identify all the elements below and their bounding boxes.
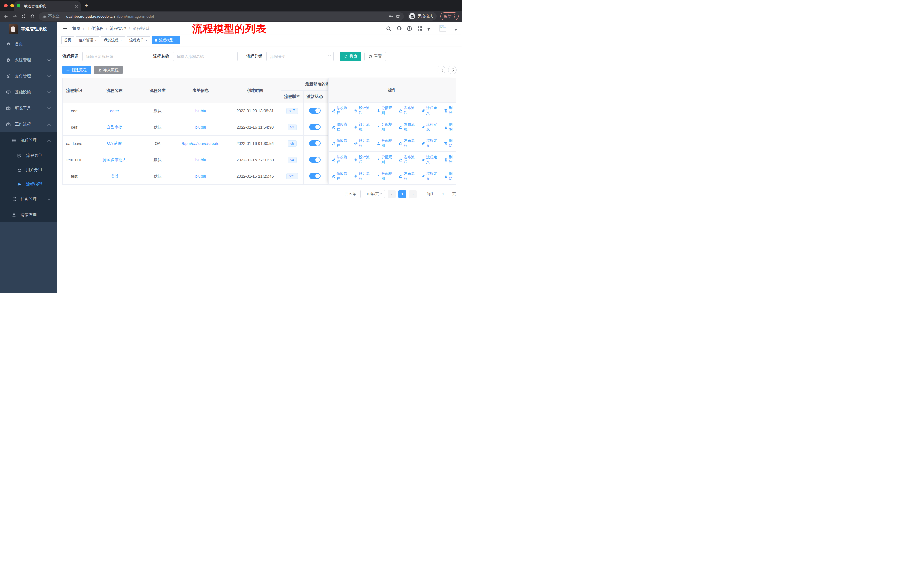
reset-button[interactable]: 重置 (364, 52, 386, 61)
action-person-link[interactable]: 分配规则 (377, 139, 395, 148)
process-name-input[interactable] (173, 51, 238, 61)
sidebar-item-payment[interactable]: 支付管理 (0, 68, 57, 84)
browser-menu-update-button[interactable]: 更新 (440, 12, 459, 20)
window-controls[interactable] (4, 4, 20, 7)
process-id-input[interactable] (82, 51, 144, 61)
form-info-link[interactable]: biubiu (195, 125, 206, 129)
search-icon[interactable] (386, 26, 391, 31)
tag-流程模型[interactable]: 流程模型× (152, 36, 180, 44)
window-close-button[interactable] (4, 4, 8, 7)
back-icon[interactable] (3, 14, 8, 19)
action-edit-link[interactable]: 修改流程 (332, 122, 350, 132)
action-person-link[interactable]: 分配规则 (377, 106, 395, 116)
active-toggle[interactable] (309, 157, 320, 162)
action-clip-link[interactable]: 流程定义 (422, 171, 440, 181)
action-cog-link[interactable]: 设计流程 (354, 106, 373, 116)
action-edit-link[interactable]: 修改流程 (332, 139, 350, 148)
action-clip-link[interactable]: 流程定义 (422, 155, 440, 165)
refresh-table-button[interactable] (448, 66, 457, 74)
action-hand-link[interactable]: 发布流程 (399, 155, 417, 165)
forward-icon[interactable] (12, 14, 18, 19)
action-person-link[interactable]: 分配规则 (377, 122, 395, 132)
tag-close-icon[interactable]: × (120, 39, 122, 42)
next-page-button[interactable]: › (409, 190, 417, 198)
action-edit-link[interactable]: 修改流程 (332, 155, 350, 165)
sidebar-item-leave-query[interactable]: 请假查询 (0, 208, 57, 222)
tag-我的流程[interactable]: 我的流程× (101, 36, 125, 44)
tag-close-icon[interactable]: × (145, 39, 147, 42)
sidebar-item-process-model[interactable]: 流程模型 (0, 177, 57, 192)
window-zoom-button[interactable] (16, 4, 20, 7)
breadcrumb-process-mgmt[interactable]: 流程管理 (110, 26, 126, 31)
form-info-link[interactable]: biubiu (195, 158, 206, 162)
form-info-link[interactable]: biubiu (195, 109, 206, 113)
action-hand-link[interactable]: 发布流程 (399, 122, 417, 132)
process-name-link[interactable]: 自己审批 (107, 125, 122, 129)
create-process-button[interactable]: 新建流程 (63, 66, 91, 74)
url-bar[interactable]: 不安全 dashboard.yudao.iocoder.cn/bpm/manag… (39, 12, 404, 21)
active-toggle[interactable] (309, 124, 320, 130)
page-size-select[interactable]: 10条/页 (360, 190, 385, 198)
breadcrumb-workflow[interactable]: 工作流程 (87, 26, 103, 31)
tag-租户管理[interactable]: 租户管理× (76, 36, 99, 44)
window-minimize-button[interactable] (10, 4, 14, 7)
action-person-link[interactable]: 分配规则 (377, 155, 395, 165)
fullscreen-icon[interactable] (417, 26, 422, 31)
sidebar-item-workflow[interactable]: 工作流程 (0, 116, 57, 132)
action-person-link[interactable]: 分配规则 (377, 171, 395, 181)
form-info-link[interactable]: biubiu (195, 174, 206, 179)
action-hand-link[interactable]: 发布流程 (399, 139, 417, 148)
form-info-link[interactable]: /bpm/oa/leave/create (182, 141, 219, 146)
sidebar-item-task-mgmt[interactable]: 任务管理 (0, 192, 57, 208)
sidebar-item-process-mgmt[interactable]: 流程管理 (0, 132, 57, 149)
new-tab-button[interactable]: + (85, 3, 88, 9)
tag-close-icon[interactable]: × (95, 39, 97, 42)
sidebar-item-system[interactable]: 系统管理 (0, 52, 57, 68)
action-trash-link[interactable]: 删除 (444, 122, 456, 132)
prev-page-button[interactable]: ‹ (388, 190, 396, 198)
active-toggle[interactable] (309, 141, 320, 146)
sidebar-item-process-form[interactable]: 流程表单 (0, 149, 57, 163)
bookmark-star-icon[interactable] (396, 14, 400, 19)
sidebar-fold-icon[interactable] (62, 25, 68, 31)
process-name-link[interactable]: OA 请假 (107, 141, 122, 146)
action-trash-link[interactable]: 删除 (444, 139, 456, 148)
action-trash-link[interactable]: 删除 (444, 106, 456, 116)
tag-close-icon[interactable]: × (175, 39, 177, 42)
font-size-icon[interactable] (427, 26, 434, 31)
process-name-link[interactable]: 测试多审批人 (102, 157, 127, 162)
search-button[interactable]: 搜索 (340, 52, 361, 61)
process-name-link[interactable]: 滔博 (111, 174, 119, 178)
help-icon[interactable] (407, 26, 412, 31)
action-clip-link[interactable]: 流程定义 (422, 106, 440, 116)
active-toggle[interactable] (309, 108, 320, 114)
page-1-button[interactable]: 1 (398, 190, 406, 198)
action-hand-link[interactable]: 发布流程 (399, 171, 417, 181)
browser-tab[interactable]: 芋道管理系统 (14, 2, 81, 11)
action-trash-link[interactable]: 删除 (444, 171, 456, 181)
action-clip-link[interactable]: 流程定义 (422, 139, 440, 148)
tag-首页[interactable]: 首页 (61, 36, 74, 44)
action-clip-link[interactable]: 流程定义 (422, 122, 440, 132)
avatar-caret-down-icon[interactable] (454, 29, 457, 31)
not-secure-badge[interactable]: 不安全 (42, 14, 60, 19)
toggle-search-button[interactable] (437, 66, 446, 74)
browser-menu-dots-icon[interactable] (454, 14, 455, 18)
reload-icon[interactable] (21, 14, 26, 19)
breadcrumb-home[interactable]: 首页 (72, 26, 81, 31)
avatar[interactable] (439, 24, 451, 36)
action-trash-link[interactable]: 删除 (444, 155, 456, 165)
sidebar-item-home[interactable]: 首页 (0, 36, 57, 52)
sidebar-item-infra[interactable]: 基础设施 (0, 84, 57, 100)
github-icon[interactable] (396, 25, 402, 31)
home-icon[interactable] (30, 14, 35, 19)
action-cog-link[interactable]: 设计流程 (354, 122, 373, 132)
action-edit-link[interactable]: 修改流程 (332, 106, 350, 116)
sidebar-item-user-group[interactable]: 用户分组 (0, 163, 57, 177)
goto-page-input[interactable] (437, 190, 449, 198)
action-edit-link[interactable]: 修改流程 (332, 171, 350, 181)
tag-流程表单[interactable]: 流程表单× (127, 36, 150, 44)
process-category-select[interactable] (266, 51, 334, 61)
action-cog-link[interactable]: 设计流程 (354, 139, 373, 148)
process-category-select-input[interactable] (266, 51, 334, 61)
